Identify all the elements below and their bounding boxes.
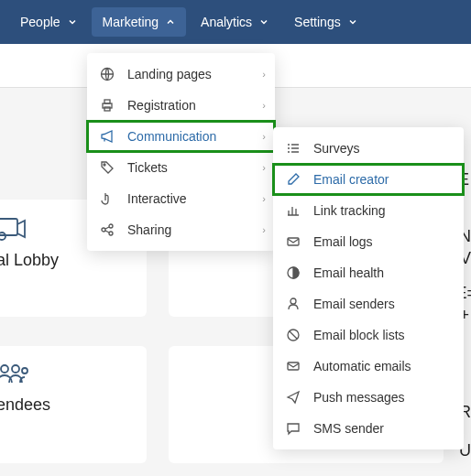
chevron-right-icon: › (262, 131, 266, 142)
communication-submenu: Surveys Email creator Link tracking Emai… (273, 127, 464, 449)
menu-registration[interactable]: Registration › (87, 90, 275, 121)
top-nav: People Marketing Analytics Settings (0, 0, 471, 44)
svg-rect-17 (288, 362, 299, 370)
submenu-link-tracking-label: Link tracking (313, 203, 386, 218)
submenu-sms-label: SMS sender (313, 421, 384, 436)
submenu-push-label: Push messages (313, 390, 405, 405)
nav-marketing-label: Marketing (103, 15, 159, 29)
send-icon (286, 390, 301, 405)
card-attendees[interactable]: endees (0, 346, 147, 463)
svg-point-9 (104, 164, 105, 166)
chevron-down-icon (68, 17, 77, 27)
chevron-up-icon (166, 17, 175, 27)
chevron-right-icon: › (262, 224, 266, 235)
svg-point-2 (1, 365, 8, 373)
chevron-right-icon: › (262, 100, 266, 111)
submenu-automatic-label: Automatic emails (313, 359, 411, 373)
menu-interactive[interactable]: Interactive › (87, 183, 275, 214)
submenu-email-block[interactable]: Email block lists (273, 319, 464, 351)
nav-marketing[interactable]: Marketing (92, 7, 186, 37)
submenu-email-senders[interactable]: Email senders (273, 288, 464, 319)
menu-interactive-label: Interactive (127, 191, 187, 206)
chevron-right-icon: › (262, 162, 266, 173)
card-lobby-title: al Lobby (0, 251, 132, 270)
chevron-down-icon (259, 17, 268, 27)
submenu-surveys[interactable]: Surveys (273, 133, 464, 164)
chevron-right-icon: › (262, 69, 266, 80)
nav-people[interactable]: People (9, 7, 88, 37)
submenu-push[interactable]: Push messages (273, 382, 464, 413)
nav-people-label: People (20, 15, 60, 29)
submenu-link-tracking[interactable]: Link tracking (273, 195, 464, 226)
megaphone-icon (100, 129, 115, 144)
menu-landing-label: Landing pages (127, 67, 212, 81)
submenu-email-block-label: Email block lists (313, 328, 405, 342)
menu-communication-label: Communication (127, 129, 216, 144)
card-attendees-title: endees (0, 395, 132, 415)
printer-icon (100, 98, 115, 113)
chevron-down-icon (348, 17, 357, 27)
menu-communication[interactable]: Communication › (87, 121, 275, 152)
pointer-icon (100, 191, 115, 206)
submenu-sms[interactable]: SMS sender (273, 413, 464, 444)
svg-point-12 (109, 232, 113, 235)
chat-icon (286, 421, 301, 436)
submenu-email-senders-label: Email senders (313, 297, 395, 311)
envelope-icon (286, 234, 301, 249)
globe-icon (100, 67, 115, 81)
svg-point-4 (22, 368, 27, 373)
share-icon (100, 222, 115, 237)
nav-settings-label: Settings (294, 15, 341, 29)
svg-point-3 (12, 365, 19, 373)
menu-sharing-label: Sharing (127, 222, 171, 237)
svg-rect-13 (288, 238, 299, 245)
submenu-email-health-label: Email health (313, 265, 384, 280)
contrast-icon (286, 265, 301, 280)
svg-point-10 (102, 228, 105, 232)
svg-point-11 (109, 224, 113, 228)
edit-icon (286, 172, 301, 187)
svg-rect-7 (104, 100, 110, 103)
chart-icon (286, 203, 301, 218)
block-icon (286, 328, 301, 342)
user-icon (286, 297, 301, 311)
menu-tickets-label: Tickets (127, 160, 168, 175)
svg-rect-8 (104, 107, 110, 111)
submenu-surveys-label: Surveys (313, 141, 360, 156)
marketing-menu: Landing pages › Registration › Communica… (87, 53, 275, 251)
menu-tickets[interactable]: Tickets › (87, 152, 275, 183)
people-icon (0, 362, 132, 386)
submenu-email-logs[interactable]: Email logs (273, 226, 464, 257)
submenu-email-creator-label: Email creator (313, 172, 389, 187)
chevron-right-icon: › (262, 193, 266, 204)
nav-analytics-label: Analytics (201, 15, 252, 29)
submenu-automatic[interactable]: Automatic emails (273, 351, 464, 382)
submenu-email-logs-label: Email logs (313, 234, 373, 249)
envelope-open-icon (286, 359, 301, 373)
list-icon (286, 141, 301, 156)
submenu-email-health[interactable]: Email health (273, 257, 464, 288)
menu-sharing[interactable]: Sharing › (87, 214, 275, 245)
menu-registration-label: Registration (127, 98, 196, 113)
tag-icon (100, 160, 115, 175)
nav-analytics[interactable]: Analytics (190, 7, 279, 37)
menu-landing-pages[interactable]: Landing pages › (87, 59, 275, 90)
submenu-email-creator[interactable]: Email creator (273, 164, 464, 195)
nav-settings[interactable]: Settings (283, 7, 368, 37)
svg-point-15 (290, 298, 296, 304)
